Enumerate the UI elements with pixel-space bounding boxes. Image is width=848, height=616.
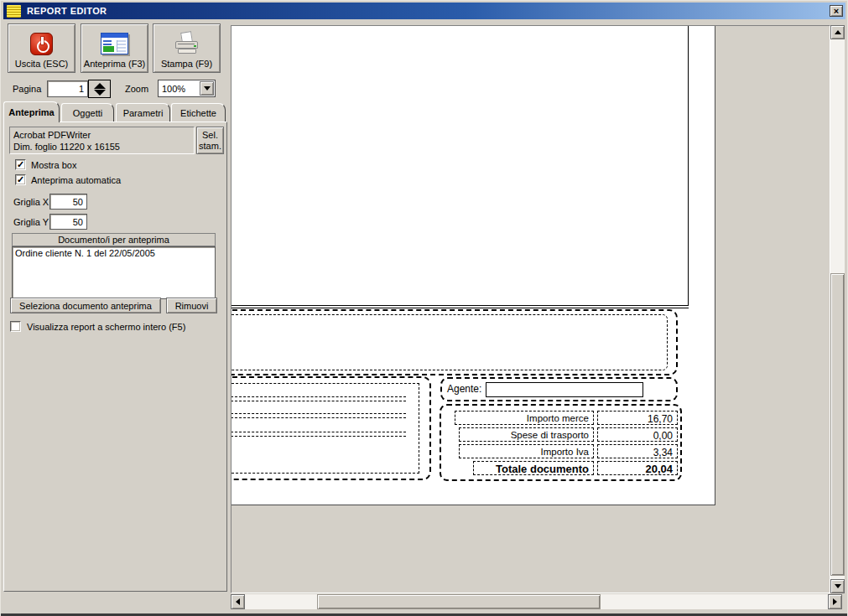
report-band-divider <box>232 308 689 308</box>
document-list-header: Documento/i per anteprima <box>12 233 216 246</box>
fullscreen-label: Visualizza report a schermo intero (F5) <box>27 322 185 332</box>
tab-etichette[interactable]: Etichette <box>171 103 226 122</box>
report-summary-left-box <box>232 376 431 480</box>
total-value: 0,00 <box>597 427 678 442</box>
scroll-right-button[interactable] <box>828 594 842 609</box>
total-label: Importo merce <box>455 411 594 425</box>
arrow-right-icon <box>833 598 837 605</box>
printer-name: Acrobat PDFWriter <box>13 129 190 141</box>
check-icon: ✓ <box>17 174 24 184</box>
arrow-up-icon <box>835 30 841 34</box>
anteprima-automatica-label: Anteprima automatica <box>31 175 121 185</box>
tab-anteprima[interactable]: Anteprima <box>3 101 60 122</box>
printer-info-box: Acrobat PDFWriter Dim. foglio 11220 x 16… <box>9 127 195 154</box>
tab-oggetti[interactable]: Oggetti <box>61 103 114 122</box>
griglia-y-input[interactable] <box>49 214 87 230</box>
scroll-up-button[interactable] <box>830 25 845 39</box>
griglia-y-label: Griglia Y <box>13 217 49 227</box>
report-preview-area: Agente: Importo merce 16,70 Spese di tra… <box>230 25 845 610</box>
title-bar[interactable]: REPORT EDITOR × <box>3 3 845 19</box>
preview-button[interactable]: Anteprima (F3) <box>81 23 148 73</box>
print-button[interactable]: Stampa (F9) <box>153 23 221 73</box>
totals-row: Spese di trasporto 0,00 <box>441 427 680 442</box>
select-printer-label-1: Sel. <box>202 130 218 141</box>
totals-row: Totale documento 20,04 <box>441 461 680 475</box>
page-label: Pagina <box>13 84 41 94</box>
select-document-label: Seleziona documento anteprima <box>19 301 152 311</box>
spinner-down-icon[interactable] <box>94 90 106 96</box>
select-document-button[interactable]: Seleziona documento anteprima <box>10 298 161 313</box>
griglia-x-input[interactable] <box>49 194 87 210</box>
zoom-dropdown-button[interactable] <box>200 81 214 96</box>
total-value: 20,04 <box>597 461 678 475</box>
scroll-down-button[interactable] <box>830 579 845 593</box>
close-button[interactable]: × <box>830 5 843 17</box>
exit-button-label: Uscita (ESC) <box>15 59 69 69</box>
list-item[interactable]: Ordine cliente N. 1 del 22/05/2005 <box>15 248 212 258</box>
agente-field <box>486 382 643 397</box>
vertical-scrollbar[interactable] <box>830 25 845 593</box>
select-printer-button[interactable]: Sel. stam. <box>196 127 224 154</box>
remove-document-button[interactable]: Rimuovi <box>166 298 217 313</box>
arrow-down-icon <box>835 584 841 588</box>
report-page: Agente: Importo merce 16,70 Spese di tra… <box>232 26 715 505</box>
tab-oggetti-label: Oggetti <box>73 108 102 118</box>
printer-icon <box>174 32 200 55</box>
agente-label: Agente: <box>447 383 481 395</box>
totals-row: Importo merce 16,70 <box>441 411 680 425</box>
total-label: Spese di trasporto <box>459 427 594 442</box>
total-label: Totale documento <box>473 461 594 475</box>
report-preview-icon <box>101 33 128 54</box>
printer-sheet-size: Dim. foglio 11220 x 16155 <box>13 141 190 153</box>
remove-document-label: Rimuovi <box>175 301 209 311</box>
anteprima-tab-panel: Acrobat PDFWriter Dim. foglio 11220 x 16… <box>3 122 227 592</box>
anteprima-automatica-checkbox[interactable]: ✓ <box>15 174 26 185</box>
print-button-label: Stampa (F9) <box>161 59 212 69</box>
report-notes-box <box>232 309 678 375</box>
preview-button-label: Anteprima (F3) <box>84 59 145 69</box>
totals-row: Importo Iva 3,34 <box>441 444 680 458</box>
check-icon: ✓ <box>17 159 24 169</box>
spinner-up-icon[interactable] <box>94 83 106 89</box>
arrow-left-icon <box>236 598 240 605</box>
chevron-down-icon <box>204 86 211 91</box>
page-spinner[interactable] <box>88 80 111 98</box>
tab-etichette-label: Etichette <box>180 108 216 118</box>
zoom-label: Zoom <box>125 84 148 94</box>
total-label: Importo Iva <box>459 444 594 458</box>
exit-button[interactable]: Uscita (ESC) <box>8 23 75 73</box>
report-band-solid-box <box>232 26 689 306</box>
totals-box: Importo merce 16,70 Spese di trasporto 0… <box>440 404 682 481</box>
report-editor-window: REPORT EDITOR × Uscita (ESC) Anteprima (… <box>0 0 848 616</box>
scroll-left-button[interactable] <box>231 594 245 609</box>
select-printer-label-2: stam. <box>199 141 221 152</box>
fullscreen-checkbox[interactable] <box>10 321 21 332</box>
power-icon <box>30 33 53 55</box>
agente-box: Agente: <box>440 377 678 401</box>
tab-parametri[interactable]: Parametri <box>116 103 170 122</box>
horizontal-scrollbar[interactable] <box>231 594 842 609</box>
total-value: 3,34 <box>597 444 678 458</box>
preview-viewport[interactable]: Agente: Importo merce 16,70 Spese di tra… <box>231 25 830 593</box>
document-listbox[interactable]: Ordine cliente N. 1 del 22/05/2005 <box>12 246 216 299</box>
vertical-scrollbar-thumb[interactable] <box>830 273 845 576</box>
griglia-x-label: Griglia X <box>13 197 49 207</box>
zoom-combobox[interactable]: 100% <box>158 80 216 97</box>
tab-parametri-label: Parametri <box>123 108 164 118</box>
mostra-box-label: Mostra box <box>31 160 76 170</box>
page-number-input[interactable] <box>47 80 88 97</box>
window-title: REPORT EDITOR <box>27 6 107 16</box>
zoom-value: 100% <box>159 84 200 94</box>
tab-anteprima-label: Anteprima <box>8 107 54 117</box>
horizontal-scrollbar-thumb[interactable] <box>317 594 601 609</box>
mostra-box-checkbox[interactable]: ✓ <box>15 159 26 170</box>
total-value: 16,70 <box>597 411 678 425</box>
app-icon <box>7 5 21 18</box>
